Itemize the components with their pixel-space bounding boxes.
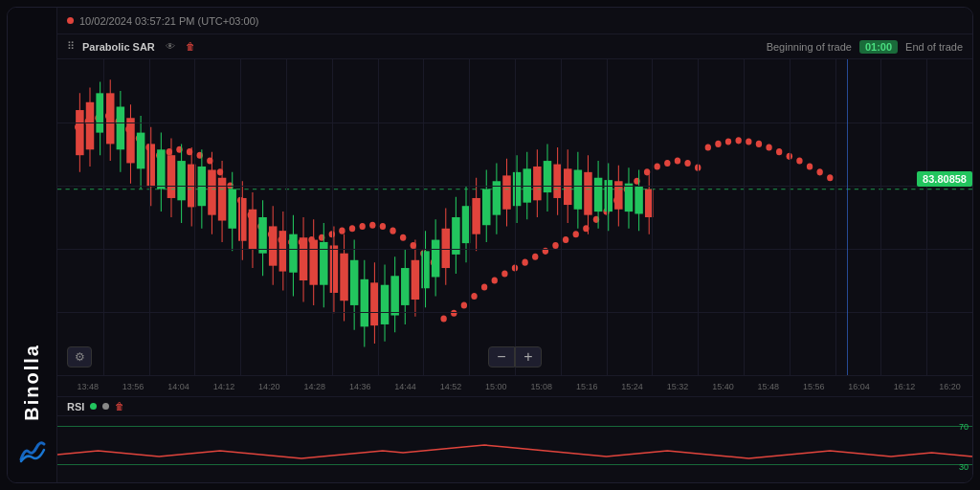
current-price-label: 83.80858 <box>917 171 972 187</box>
time-label-0: 13:48 <box>65 382 110 391</box>
time-label-14: 15:40 <box>701 382 746 391</box>
svg-rect-82 <box>106 93 114 144</box>
svg-point-64 <box>725 139 731 145</box>
grid-v-1 <box>103 59 104 375</box>
svg-rect-120 <box>300 237 307 280</box>
main-chart-area: 10/02/2024 03:57:21 PM (UTC+03:00) ⠿ Par… <box>57 8 972 482</box>
grid-v-3 <box>194 59 195 375</box>
svg-rect-142 <box>412 260 419 300</box>
svg-point-38 <box>461 301 467 308</box>
grid-v-2 <box>149 59 150 375</box>
time-label-9: 15:00 <box>474 382 519 391</box>
svg-point-63 <box>715 141 721 147</box>
svg-point-72 <box>807 163 813 169</box>
rsi-panel: RSI 🗑 70 30 <box>57 396 972 482</box>
svg-point-27 <box>349 225 355 232</box>
svg-rect-122 <box>309 240 317 285</box>
svg-point-60 <box>684 160 690 167</box>
candlesticks <box>76 79 653 346</box>
trade-time-badge[interactable]: 01:00 <box>859 40 898 54</box>
grid-v-4 <box>240 59 241 375</box>
indicator-name: Parabolic SAR <box>82 41 155 53</box>
zoom-out-button[interactable]: − <box>488 346 515 368</box>
chart-header: 10/02/2024 03:57:21 PM (UTC+03:00) <box>57 8 972 34</box>
svg-point-41 <box>492 277 498 283</box>
svg-point-73 <box>816 168 822 175</box>
svg-rect-128 <box>340 254 347 301</box>
svg-rect-166 <box>533 167 541 200</box>
chart-filter-button[interactable]: ⚙ <box>67 346 92 368</box>
svg-rect-84 <box>117 107 124 150</box>
grid-v-12 <box>607 59 608 375</box>
svg-rect-106 <box>228 189 235 229</box>
time-label-1: 13:56 <box>110 382 155 391</box>
svg-point-36 <box>440 316 446 323</box>
zoom-controls: − + <box>488 346 542 368</box>
grid-v-11 <box>561 59 562 375</box>
rsi-dot-green <box>90 403 97 410</box>
svg-rect-86 <box>126 118 134 163</box>
svg-point-40 <box>481 284 487 291</box>
rsi-70-line <box>57 426 972 427</box>
indicator-eye-button[interactable]: 👁 <box>163 40 178 53</box>
svg-rect-104 <box>218 178 226 221</box>
svg-rect-92 <box>157 149 165 189</box>
svg-rect-178 <box>594 178 602 212</box>
time-label-4: 14:20 <box>247 382 292 391</box>
svg-rect-130 <box>350 260 358 305</box>
grid-v-9 <box>469 59 470 375</box>
end-of-trade-label: End of trade <box>905 41 963 53</box>
svg-rect-154 <box>472 198 479 234</box>
grid-v-15 <box>744 59 745 375</box>
svg-point-39 <box>471 293 477 300</box>
svg-rect-136 <box>381 285 389 324</box>
svg-point-32 <box>400 234 406 241</box>
rsi-label: RSI <box>67 401 84 412</box>
rsi-header: RSI 🗑 <box>57 397 972 416</box>
time-label-5: 14:28 <box>292 382 337 391</box>
svg-rect-140 <box>401 268 409 305</box>
grid-v-18 <box>880 59 881 375</box>
svg-rect-138 <box>390 276 398 315</box>
indicator-delete-button[interactable]: 🗑 <box>183 40 198 53</box>
svg-rect-76 <box>76 110 83 155</box>
status-dot <box>67 17 74 24</box>
svg-point-37 <box>451 310 457 317</box>
drag-icon: ⠿ <box>67 40 75 53</box>
svg-rect-172 <box>564 168 571 205</box>
brand-name: Binolla <box>21 344 43 421</box>
svg-point-48 <box>563 236 568 243</box>
svg-point-29 <box>369 222 375 229</box>
grid-v-19 <box>926 59 927 375</box>
svg-point-44 <box>522 259 527 266</box>
grid-v-5 <box>286 59 287 375</box>
rsi-70-value: 70 <box>959 422 969 432</box>
time-label-3: 14:12 <box>201 382 246 391</box>
svg-point-57 <box>655 163 660 169</box>
svg-point-30 <box>380 223 386 230</box>
svg-rect-94 <box>167 155 175 198</box>
svg-point-59 <box>675 158 680 165</box>
time-label-10: 15:08 <box>519 382 564 391</box>
zoom-in-button[interactable]: + <box>515 346 542 368</box>
svg-point-68 <box>766 144 771 150</box>
time-axis: 13:48 13:56 14:04 14:12 14:20 14:28 14:3… <box>57 375 972 396</box>
time-label-17: 16:04 <box>836 382 881 391</box>
svg-rect-186 <box>635 186 642 213</box>
svg-rect-160 <box>502 175 510 209</box>
time-label-11: 15:16 <box>564 382 609 391</box>
time-label-13: 15:32 <box>655 382 700 391</box>
svg-point-66 <box>746 139 751 145</box>
sidebar: Binolla <box>8 8 57 482</box>
svg-rect-102 <box>208 170 215 215</box>
main-chart: 83.80858 ⚙ − + <box>57 59 972 375</box>
svg-rect-110 <box>249 210 256 249</box>
svg-rect-184 <box>625 184 633 212</box>
grid-v-16 <box>790 59 791 375</box>
svg-point-26 <box>339 228 345 234</box>
rsi-delete-icon[interactable]: 🗑 <box>115 401 124 412</box>
time-label-6: 14:36 <box>337 382 382 391</box>
svg-rect-176 <box>584 172 591 215</box>
grid-v-17 <box>835 59 836 375</box>
svg-rect-96 <box>177 161 185 200</box>
